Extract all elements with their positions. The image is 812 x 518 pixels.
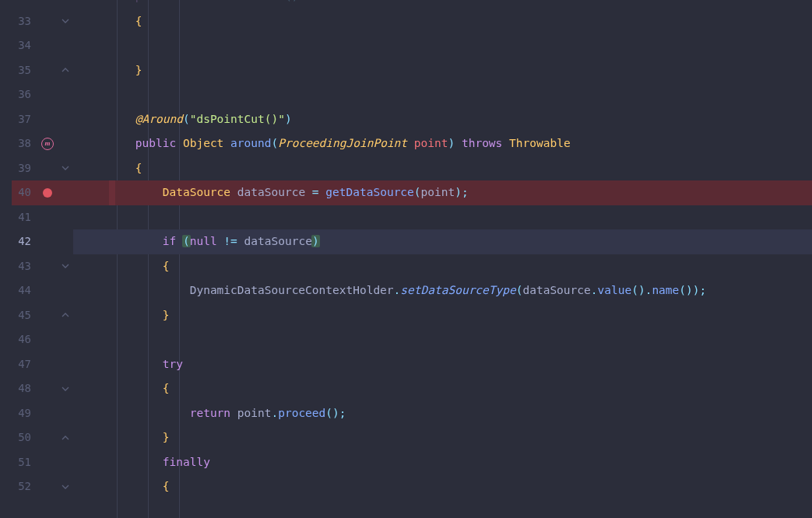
code-text[interactable]: try (81, 352, 812, 377)
gutter-icon-col[interactable]: m (37, 138, 58, 150)
fold-expand-icon[interactable] (62, 311, 69, 319)
fold-gutter[interactable] (58, 385, 73, 393)
code-line[interactable]: 44 DynamicDataSourceContextHolder.setDat… (12, 278, 812, 303)
line-number: 35 (12, 58, 37, 83)
code-line[interactable]: 46 (12, 327, 812, 352)
line-number: 44 (12, 278, 37, 303)
code-line[interactable]: 40 DataSource dataSource = getDataSource… (12, 180, 812, 205)
code-line[interactable]: 47 try (12, 352, 812, 377)
code-text[interactable]: { (81, 376, 812, 401)
code-text[interactable]: } (81, 425, 812, 450)
code-text[interactable]: return point.proceed(); (81, 401, 812, 426)
code-text[interactable]: @Around("dsPointCut()") (81, 107, 812, 132)
code-line[interactable]: 38m public Object around(ProceedingJoinP… (12, 131, 812, 156)
code-line[interactable]: 34 (12, 33, 812, 58)
code-editor[interactable]: 32 public void dsPointCut()33 {3435 }363… (12, 0, 812, 518)
line-number: 49 (12, 401, 37, 426)
fold-expand-icon[interactable] (62, 66, 69, 74)
code-text[interactable]: DataSource dataSource = getDataSource(po… (81, 180, 812, 205)
gutter-icon-col[interactable] (37, 188, 58, 198)
line-number: 52 (12, 474, 37, 499)
line-number: 48 (12, 376, 37, 401)
code-text[interactable]: { (81, 156, 812, 181)
code-text[interactable]: finally (81, 450, 812, 475)
line-number: 50 (12, 425, 37, 450)
line-number: 45 (12, 303, 37, 328)
line-number: 34 (12, 33, 37, 58)
code-line[interactable]: 52 { (12, 474, 812, 499)
editor-root: 32 public void dsPointCut()33 {3435 }363… (0, 0, 812, 518)
override-method-icon[interactable]: m (41, 138, 54, 150)
breakpoint-icon[interactable] (43, 188, 52, 198)
code-text[interactable]: DynamicDataSourceContextHolder.setDataSo… (81, 278, 812, 303)
code-text[interactable]: { (81, 254, 812, 279)
line-number: 37 (12, 107, 37, 132)
left-margin-strip (0, 0, 12, 518)
fold-gutter[interactable] (58, 434, 73, 442)
code-text[interactable]: public Object around(ProceedingJoinPoint… (81, 131, 812, 156)
line-number: 51 (12, 450, 37, 475)
fold-gutter[interactable] (58, 17, 73, 25)
fold-collapse-icon[interactable] (62, 17, 69, 25)
code-line[interactable]: 41 (12, 205, 812, 230)
code-line[interactable]: 43 { (12, 254, 812, 279)
code-line[interactable]: 35 } (12, 58, 812, 83)
code-text[interactable]: if (null != dataSource) (81, 229, 812, 254)
code-line[interactable]: 36 (12, 82, 812, 107)
line-number: 38 (12, 131, 37, 156)
fold-collapse-icon[interactable] (62, 164, 69, 172)
line-number: 39 (12, 156, 37, 181)
fold-collapse-icon[interactable] (62, 483, 69, 491)
code-text[interactable]: { (81, 9, 812, 34)
code-line[interactable]: 49 return point.proceed(); (12, 401, 812, 426)
code-line[interactable]: 51 finally (12, 450, 812, 475)
line-number: 42 (12, 229, 37, 254)
code-line[interactable]: 39 { (12, 156, 812, 181)
code-line[interactable]: 32 public void dsPointCut() (12, 0, 812, 9)
line-number: 33 (12, 9, 37, 34)
code-line[interactable]: 37 @Around("dsPointCut()") (12, 107, 812, 132)
code-line[interactable]: 48 { (12, 376, 812, 401)
line-number: 43 (12, 254, 37, 279)
fold-gutter[interactable] (58, 311, 73, 319)
code-line[interactable]: 42 if (null != dataSource) (12, 229, 812, 254)
line-number: 46 (12, 327, 37, 352)
line-number: 41 (12, 205, 37, 230)
fold-gutter[interactable] (58, 262, 73, 270)
code-line[interactable]: 33 { (12, 9, 812, 34)
code-text[interactable]: } (81, 58, 812, 83)
fold-collapse-icon[interactable] (62, 385, 69, 393)
code-text[interactable]: { (81, 474, 812, 499)
line-number: 32 (12, 0, 37, 9)
fold-gutter[interactable] (58, 164, 73, 172)
line-number: 47 (12, 352, 37, 377)
code-text[interactable]: } (81, 303, 812, 328)
line-number: 40 (12, 180, 37, 205)
fold-expand-icon[interactable] (62, 434, 69, 442)
code-text[interactable]: public void dsPointCut() (81, 0, 812, 9)
fold-gutter[interactable] (58, 66, 73, 74)
code-line[interactable]: 45 } (12, 303, 812, 328)
code-line[interactable]: 50 } (12, 425, 812, 450)
fold-collapse-icon[interactable] (62, 262, 69, 270)
fold-gutter[interactable] (58, 483, 73, 491)
line-number: 36 (12, 82, 37, 107)
